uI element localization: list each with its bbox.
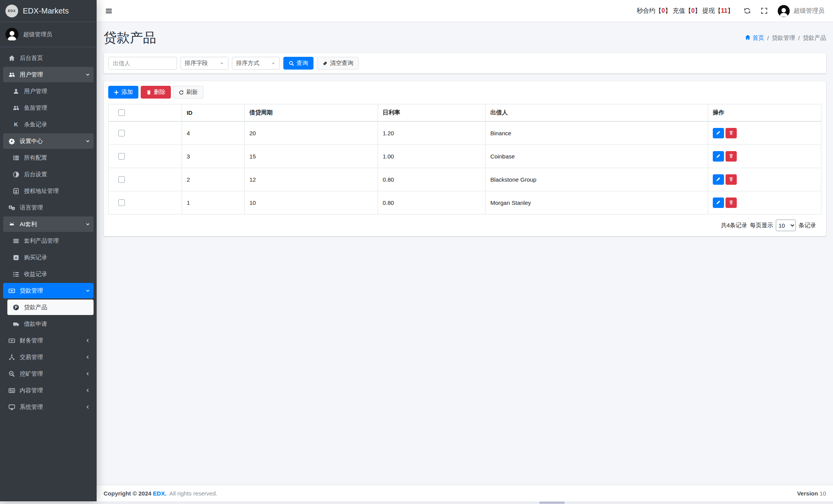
sidebar-item-finance-management[interactable]: 财务管理 — [3, 333, 94, 348]
sidebar-item-fry-management[interactable]: 鱼苗管理 — [7, 100, 94, 116]
stat-label: 充值【 — [673, 7, 691, 14]
lender-search-input[interactable] — [108, 57, 177, 70]
stat-bracket: 】 — [665, 7, 671, 14]
filter-card: 排序字段 排序方式 查询 清空查询 — [104, 53, 826, 73]
sidebar-item-auth-address-management[interactable]: 授权地址管理 — [7, 183, 94, 199]
refresh-icon[interactable] — [744, 7, 751, 14]
row-checkbox[interactable] — [118, 153, 125, 160]
sidebar-item-label: 所有配置 — [24, 154, 47, 162]
refresh-icon — [179, 90, 184, 95]
sidebar-item-mining-management[interactable]: 挖矿管理 — [3, 366, 94, 381]
row-checkbox[interactable] — [118, 176, 125, 183]
sidebar-item-language-management[interactable]: Az语言管理 — [3, 200, 94, 215]
sidebar-item-kill-fish-records[interactable]: K杀鱼记录 — [7, 117, 94, 132]
stat-bracket: 】 — [695, 7, 701, 14]
bars-icon — [11, 238, 21, 244]
row-checkbox[interactable] — [118, 199, 125, 206]
edit-button[interactable] — [713, 128, 724, 138]
row-checkbox[interactable] — [118, 130, 125, 136]
desktop-icon — [7, 404, 17, 410]
sidebar-item-dashboard[interactable]: 后台首页 — [3, 50, 94, 66]
per-page-select[interactable]: 10 — [776, 220, 796, 231]
edit-button[interactable] — [713, 151, 724, 162]
fullscreen-icon[interactable] — [761, 7, 768, 14]
brand[interactable]: EDX EDX-Markets — [0, 0, 97, 22]
loan-products-table: ID借贷周期日利率出借人操作 4201.20Binance3151.00Coin… — [108, 104, 821, 215]
cell-lender: Binance — [485, 121, 708, 145]
sidebar-item-profit-records[interactable]: 收益记录 — [7, 266, 94, 282]
sidebar-item-ai-arbitrage[interactable]: AI套利 — [3, 216, 94, 232]
sidebar-item-arbitrage-product-management[interactable]: 套利产品管理 — [7, 233, 94, 249]
search-button[interactable]: 查询 — [283, 57, 313, 70]
navbar-avatar[interactable] — [778, 5, 790, 17]
pencil-icon — [716, 200, 721, 206]
sidebar-nav: 后台首页用户管理用户管理鱼苗管理K杀鱼记录设置中心所有配置后台设置授权地址管理A… — [0, 47, 97, 419]
delete-button[interactable]: 删除 — [141, 86, 171, 99]
delete-row-button[interactable] — [726, 151, 737, 162]
select-all-checkbox[interactable] — [118, 109, 125, 116]
per-page-label: 每页显示 — [750, 222, 773, 229]
sidebar-item-loan-products[interactable]: P贷款产品 — [7, 300, 94, 315]
sidebar-item-label: 贷款管理 — [20, 287, 43, 295]
add-button[interactable]: 添加 — [108, 86, 138, 99]
edit-button[interactable] — [713, 174, 724, 185]
stat-充值[interactable]: 充值【0】 — [673, 7, 701, 15]
cell-period: 12 — [245, 168, 378, 191]
sidebar-item-all-configs[interactable]: 所有配置 — [7, 150, 94, 165]
sidebar-item-loan-applications[interactable]: 借款申请 — [7, 316, 94, 332]
stat-提现[interactable]: 提现【11】 — [702, 7, 734, 15]
sidebar-item-label: 设置中心 — [20, 138, 43, 145]
horizontal-scrollbar[interactable] — [0, 501, 833, 504]
android-icon — [7, 221, 17, 228]
delete-row-button[interactable] — [726, 174, 737, 185]
chevron-left-icon — [85, 371, 90, 376]
sidebar-item-purchase-records[interactable]: A购买记录 — [7, 250, 94, 265]
scrollbar-thumb[interactable] — [539, 502, 565, 504]
sidebar-item-users[interactable]: 用户管理 — [7, 83, 94, 99]
sidebar-item-system-management[interactable]: 系统管理 — [3, 399, 94, 415]
delete-row-button[interactable] — [726, 198, 737, 208]
refresh-button[interactable]: 刷新 — [173, 86, 203, 99]
table-header-row: ID借贷周期日利率出借人操作 — [109, 104, 821, 122]
user-icon — [11, 88, 21, 95]
adjust-icon — [11, 171, 21, 178]
sidebar-item-label: AI套利 — [20, 221, 37, 228]
sort-order-select[interactable]: 排序方式 — [232, 57, 280, 70]
chevron-left-icon — [85, 338, 90, 343]
sort-field-select[interactable]: 排序字段 — [181, 57, 228, 70]
sidebar-item-trade-management[interactable]: 交易管理 — [3, 349, 94, 365]
sidebar-item-backend-settings[interactable]: 后台设置 — [7, 167, 94, 182]
clear-search-button[interactable]: 清空查询 — [317, 57, 359, 70]
footer-brand-link[interactable]: EDX. — [153, 490, 167, 497]
sidebar-item-content-management[interactable]: 内容管理 — [3, 383, 94, 398]
navbar-right: 秒合约【0】充值【0】提现【11】 超级管理员 — [635, 5, 824, 17]
delete-row-button[interactable] — [726, 128, 737, 138]
edit-button[interactable] — [713, 198, 724, 208]
newspaper-icon — [7, 387, 17, 394]
sidebar-item-user-management[interactable]: 用户管理 — [3, 67, 94, 82]
sidebar-item-loan-management[interactable]: 贷款管理 — [3, 283, 94, 298]
pencil-icon — [716, 177, 721, 183]
eraser-icon — [322, 61, 328, 66]
navbar-user-name: 超级管理员 — [794, 7, 824, 15]
cell-id: 4 — [182, 121, 244, 145]
main-area: 秒合约【0】充值【0】提现【11】 超级管理员 贷款产品 首页 / 贷款管理 / — [97, 0, 833, 501]
copyright-text: Copyright © 2024 — [104, 490, 152, 497]
table-row: 4201.20Binance — [109, 121, 821, 145]
version-value: 10 — [819, 490, 826, 497]
sidebar-item-label: 借款申请 — [24, 320, 47, 328]
user-panel: 超级管理员 — [0, 22, 97, 47]
cell-actions — [708, 145, 821, 168]
stat-秒合约[interactable]: 秒合约【0】 — [637, 7, 671, 15]
table-row: 2120.80Blackstone Group — [109, 168, 821, 191]
sidebar-item-label: 用户管理 — [20, 71, 43, 78]
breadcrumb-home-link[interactable]: 首页 — [745, 34, 764, 42]
page-footer: Copyright © 2024EDX. All rights reserved… — [97, 485, 833, 501]
user-avatar[interactable] — [5, 28, 19, 41]
search-minus-icon — [7, 371, 17, 377]
cell-period: 10 — [245, 191, 378, 215]
home-icon — [7, 55, 17, 61]
sidebar-item-settings-center[interactable]: 设置中心 — [3, 133, 94, 149]
users-icon — [11, 105, 21, 111]
sidebar-toggle-icon[interactable] — [105, 7, 112, 15]
